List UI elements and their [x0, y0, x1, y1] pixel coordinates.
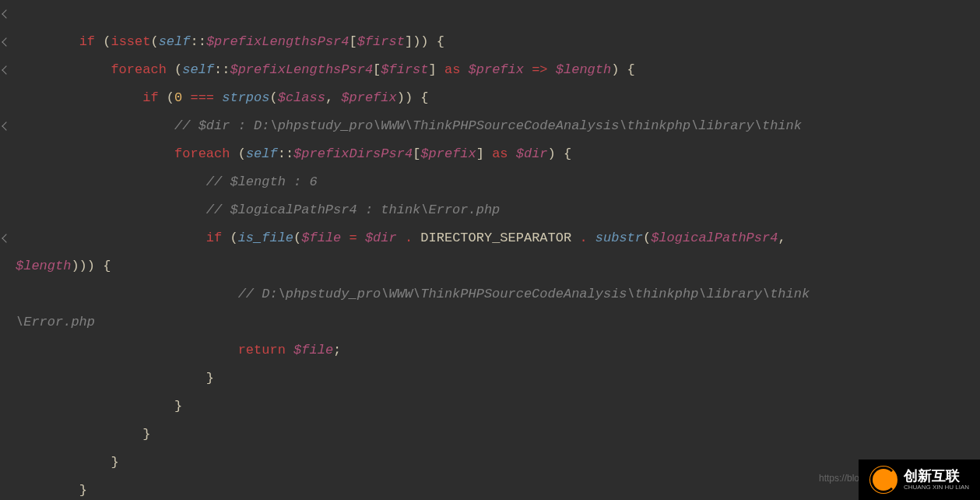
code-line: foreach (self::$prefixLengthsPsr4[$first…	[16, 62, 635, 77]
code-line: }	[16, 371, 214, 386]
code-line: }	[16, 455, 119, 470]
code-line: return $file;	[16, 343, 341, 357]
code-line: }	[16, 399, 182, 414]
watermark-sub-text: CHUANG XIN HU LIAN	[904, 484, 969, 491]
code-line: if (isset(self::$prefixLengthsPsr4[$firs…	[16, 34, 444, 49]
watermark-logo-icon	[869, 466, 897, 494]
code-line: // $dir : D:\phpstudy_pro\WWW\ThinkPHPSo…	[16, 118, 802, 133]
watermark-main-text: 创新互联	[904, 469, 969, 484]
code-line: }	[16, 427, 150, 442]
code-editor[interactable]: if (isset(self::$prefixLengthsPsr4[$firs…	[0, 0, 980, 500]
code-line: if (is_file($file = $dir . DIRECTORY_SEP…	[16, 231, 794, 245]
code-line: if (0 === strpos($class, $prefix)) {	[16, 90, 429, 105]
code-line: // D:\phpstudy_pro\WWW\ThinkPHPSourceCod…	[16, 287, 810, 301]
code-line: $length))) {	[16, 259, 111, 273]
code-line: }	[16, 483, 87, 498]
code-line: // $length : 6	[16, 174, 318, 189]
code-line: foreach (self::$prefixDirsPsr4[$prefix] …	[16, 146, 571, 161]
code-line: // $logicalPathPsr4 : think\Error.php	[16, 202, 500, 217]
watermark-badge: 创新互联 CHUANG XIN HU LIAN	[859, 460, 980, 500]
code-line: \Error.php	[16, 315, 95, 329]
